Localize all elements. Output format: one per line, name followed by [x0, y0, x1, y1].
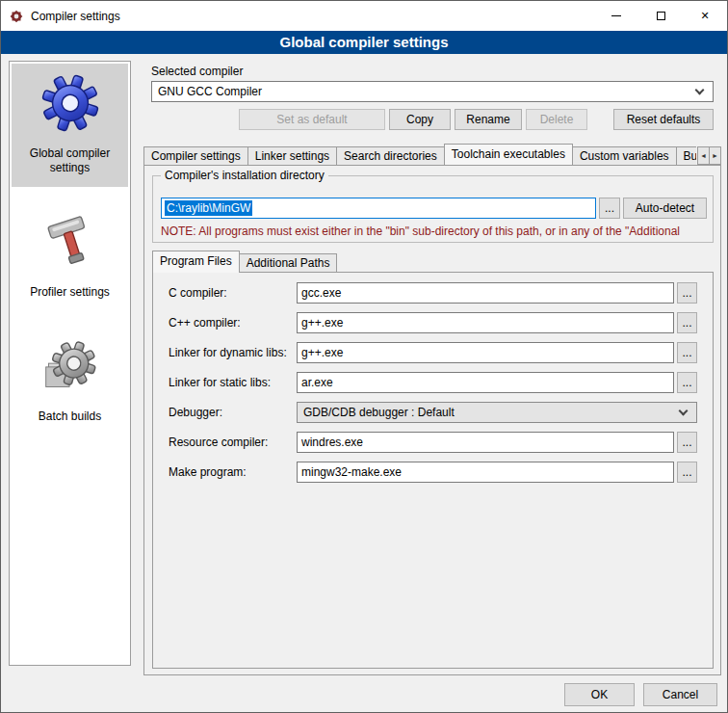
arrow-left-icon: ◄ [700, 152, 707, 159]
field-row-dynamic-linker: Linker for dynamic libs: ... [169, 342, 697, 363]
delete-button[interactable]: Delete [526, 109, 587, 130]
debugger-value: GDB/CDB debugger : Default [303, 406, 455, 419]
c-compiler-label: C compiler: [169, 286, 297, 300]
maximize-button[interactable] [638, 1, 683, 31]
installation-directory-group: Compiler's installation directory C:\ray… [152, 175, 714, 243]
sidebar-item-label: Profiler settings [13, 285, 126, 300]
make-program-input[interactable] [297, 462, 674, 483]
arrow-right-icon: ► [712, 152, 718, 159]
installation-directory-input[interactable]: C:\raylib\MinGW [161, 198, 596, 219]
ok-button[interactable]: OK [564, 683, 635, 706]
sidebar-item-label: Global compiler settings [13, 146, 126, 175]
tab-build-options[interactable]: Buil [676, 146, 696, 165]
maximize-icon [657, 12, 665, 20]
dynamic-linker-browse-button[interactable]: ... [677, 342, 697, 363]
tab-program-files[interactable]: Program Files [152, 251, 240, 273]
tab-scroll-right-button[interactable]: ► [709, 146, 721, 165]
installation-directory-browse-button[interactable]: ... [599, 198, 620, 219]
tab-toolchain-executables[interactable]: Toolchain executables [444, 144, 573, 165]
window-title: Compiler settings [31, 10, 120, 23]
settings-sidebar: Global compiler settings Profiler settin… [9, 61, 131, 666]
dialog-header: Global compiler settings [1, 31, 727, 54]
sidebar-item-label: Batch builds [13, 409, 126, 424]
sidebar-item-global-compiler-settings[interactable]: Global compiler settings [12, 64, 128, 187]
tab-additional-paths[interactable]: Additional Paths [239, 253, 338, 272]
chevron-down-icon [679, 406, 689, 415]
program-files-page: C compiler: ... C++ compiler: ... Linker… [152, 272, 714, 669]
compiler-settings-dialog: Compiler settings ✕ Global compiler sett… [0, 0, 728, 713]
sidebar-item-profiler-settings[interactable]: Profiler settings [12, 202, 128, 311]
compiler-actions: Set as default Copy Rename Delete Reset … [151, 109, 714, 130]
c-compiler-browse-button[interactable]: ... [677, 282, 697, 304]
installation-directory-group-title: Compiler's installation directory [161, 169, 328, 182]
tab-search-directories[interactable]: Search directories [336, 146, 445, 165]
static-linker-browse-button[interactable]: ... [677, 372, 697, 393]
set-as-default-button[interactable]: Set as default [239, 109, 385, 130]
note-text: NOTE: All programs must exist either in … [161, 224, 710, 238]
installation-directory-value: C:\raylib\MinGW [165, 200, 252, 216]
tab-scrollers: ◄ ► [698, 146, 721, 165]
tab-compiler-settings[interactable]: Compiler settings [143, 146, 248, 165]
minimize-icon [611, 15, 621, 16]
tab-linker-settings[interactable]: Linker settings [247, 146, 337, 165]
field-row-static-linker: Linker for static libs: ... [169, 372, 697, 393]
close-icon: ✕ [700, 11, 709, 21]
static-linker-label: Linker for static libs: [169, 376, 297, 389]
make-program-browse-button[interactable]: ... [677, 462, 697, 483]
resource-compiler-browse-button[interactable]: ... [677, 432, 697, 453]
copy-button[interactable]: Copy [389, 109, 451, 130]
debugger-label: Debugger: [169, 406, 297, 419]
rename-button[interactable]: Rename [455, 109, 522, 130]
reset-defaults-button[interactable]: Reset defaults [613, 109, 714, 130]
program-tabstrip: Program Files Additional Paths [152, 251, 336, 272]
debugger-dropdown[interactable]: GDB/CDB debugger : Default [297, 402, 697, 423]
cancel-button[interactable]: Cancel [643, 683, 717, 706]
field-row-c-compiler: C compiler: ... [169, 282, 697, 304]
dynamic-linker-label: Linker for dynamic libs: [169, 346, 297, 359]
field-row-make-program: Make program: ... [169, 462, 697, 483]
resource-compiler-input[interactable] [297, 432, 674, 453]
resource-compiler-label: Resource compiler: [169, 436, 297, 449]
grey-gear-icon [13, 336, 126, 398]
chevron-down-icon [695, 85, 705, 94]
app-icon [9, 9, 24, 24]
settings-tabstrip: Compiler settings Linker settings Search… [143, 144, 721, 165]
window-controls: ✕ [594, 1, 727, 31]
profiler-tool-icon [13, 212, 126, 274]
dynamic-linker-input[interactable] [297, 342, 674, 363]
selected-compiler-dropdown[interactable]: GNU GCC Compiler [151, 81, 714, 102]
selected-compiler-value: GNU GCC Compiler [158, 85, 262, 98]
selected-compiler-label: Selected compiler [151, 65, 243, 78]
field-row-resource-compiler: Resource compiler: ... [169, 432, 697, 453]
sidebar-item-batch-builds[interactable]: Batch builds [12, 327, 128, 436]
toolchain-executables-page: Compiler's installation directory C:\ray… [143, 165, 721, 675]
field-row-cpp-compiler: C++ compiler: ... [169, 312, 697, 333]
make-program-label: Make program: [169, 465, 297, 479]
minimize-button[interactable] [594, 1, 638, 31]
c-compiler-input[interactable] [297, 282, 674, 304]
cpp-compiler-label: C++ compiler: [169, 316, 297, 330]
close-button[interactable]: ✕ [683, 1, 727, 31]
titlebar[interactable]: Compiler settings ✕ [1, 1, 727, 31]
installation-directory-row: C:\raylib\MinGW ... Auto-detect [161, 198, 707, 219]
main-panel: Selected compiler GNU GCC Compiler Set a… [141, 61, 721, 675]
cpp-compiler-browse-button[interactable]: ... [677, 312, 697, 333]
tab-custom-variables[interactable]: Custom variables [572, 146, 677, 165]
cpp-compiler-input[interactable] [297, 312, 674, 333]
blue-gear-icon [13, 73, 126, 135]
field-row-debugger: Debugger: GDB/CDB debugger : Default [169, 402, 697, 423]
tabs-wrap: Compiler settings Linker settings Search… [143, 144, 696, 165]
static-linker-input[interactable] [297, 372, 674, 393]
auto-detect-button[interactable]: Auto-detect [623, 198, 707, 219]
